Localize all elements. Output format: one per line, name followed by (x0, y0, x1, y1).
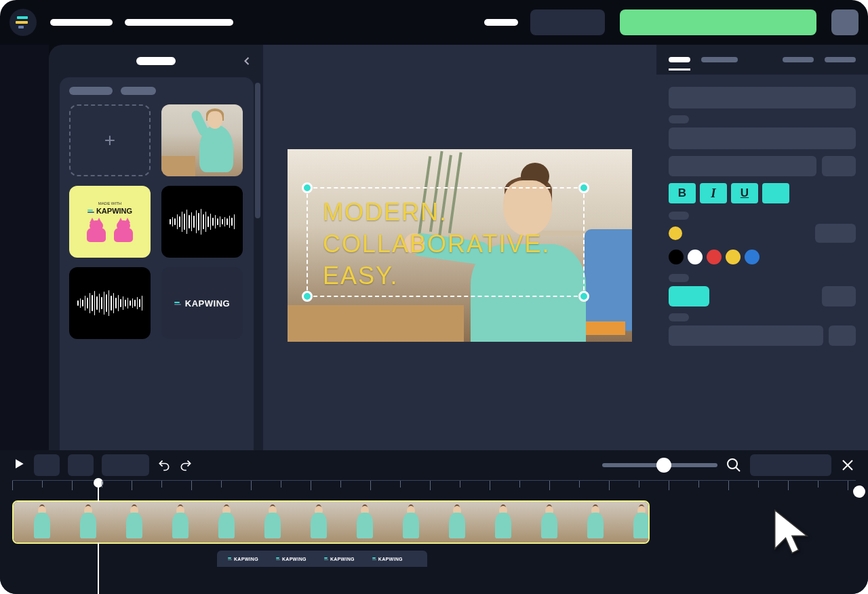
canvas[interactable]: MODERN. COLLABORATIVE. EASY. (288, 149, 632, 342)
prop-bg-value[interactable] (822, 286, 856, 306)
media-thumb-video[interactable] (161, 104, 243, 176)
media-panel-title (136, 57, 176, 65)
prop-field-6[interactable] (829, 325, 856, 346)
main-area: + MADE WITH KAPWING (0, 45, 868, 450)
color-swatch-blue[interactable] (745, 250, 760, 264)
close-timeline-button[interactable] (840, 457, 856, 473)
video-track-clip[interactable] (12, 500, 650, 544)
plus-icon: + (104, 130, 115, 151)
header-project-name[interactable] (125, 19, 233, 26)
svg-line-2 (736, 467, 740, 471)
timeline-ruler[interactable] (12, 480, 856, 495)
zoom-slider[interactable] (602, 463, 717, 467)
media-tab-2[interactable] (121, 87, 156, 95)
color-swatch-yellow[interactable] (726, 250, 741, 264)
media-browser: + MADE WITH KAPWING (60, 77, 254, 450)
prop-tab-3[interactable] (783, 57, 814, 62)
prop-tab-1[interactable] (669, 57, 690, 62)
header-secondary-button[interactable] (530, 9, 605, 35)
overlay-track-clip[interactable]: KAPWING KAPWING KAPWING KAPWING (217, 551, 427, 567)
timeline-end-handle[interactable] (853, 486, 865, 498)
resize-handle-br[interactable] (578, 291, 589, 302)
media-thumb-kapwing-logo[interactable]: KAPWING (161, 267, 243, 339)
media-thumb-audio-1[interactable] (161, 186, 243, 258)
prop-font-select[interactable] (669, 156, 816, 176)
color-swatch-red[interactable] (707, 250, 722, 264)
media-scrollbar[interactable] (255, 83, 260, 218)
zoom-icon[interactable] (726, 457, 742, 473)
color-hex-input[interactable] (815, 224, 856, 243)
play-button[interactable] (12, 457, 26, 473)
prop-bg-label (669, 274, 689, 282)
color-swatch-white[interactable] (688, 250, 703, 264)
media-tab-1[interactable] (69, 87, 113, 95)
header-workspace-name[interactable] (50, 19, 113, 26)
underline-button[interactable]: U (731, 183, 758, 203)
color-swatch-black[interactable] (669, 250, 684, 264)
timeline-control-1[interactable] (34, 454, 60, 476)
collapse-panel-button[interactable] (240, 54, 254, 68)
prop-tab-4[interactable] (825, 57, 856, 62)
header (0, 0, 868, 45)
prop-tab-2[interactable] (701, 57, 738, 62)
prop-field-1[interactable] (669, 87, 856, 108)
header-status-text (484, 19, 518, 26)
prop-label (669, 115, 689, 123)
timeline-control-2[interactable] (68, 454, 94, 476)
add-media-button[interactable]: + (69, 104, 151, 176)
bold-button[interactable]: B (669, 183, 696, 203)
selected-color-swatch[interactable] (669, 226, 682, 240)
tool-strip (0, 45, 49, 450)
prop-bg-option[interactable] (669, 286, 709, 306)
app-logo[interactable] (9, 9, 37, 36)
zoom-slider-knob[interactable] (656, 458, 671, 473)
prop-color-label (669, 212, 689, 220)
cursor-icon (766, 506, 818, 560)
svg-point-1 (728, 459, 737, 469)
resize-handle-bl[interactable] (302, 291, 313, 302)
canvas-area: MODERN. COLLABORATIVE. EASY. (263, 45, 656, 450)
timeline-time-display (750, 454, 831, 476)
media-thumb-kapwing-outro[interactable]: MADE WITH KAPWING (69, 186, 151, 258)
redo-button[interactable] (179, 458, 193, 472)
timeline-panel: KAPWING KAPWING KAPWING KAPWING (0, 450, 868, 594)
svg-marker-0 (16, 459, 24, 468)
header-account-button[interactable] (831, 9, 859, 35)
media-thumb-audio-2[interactable] (69, 267, 151, 339)
resize-handle-tr[interactable] (578, 182, 589, 193)
app-window: + MADE WITH KAPWING (0, 0, 868, 594)
selection-box[interactable] (307, 187, 585, 297)
media-panel: + MADE WITH KAPWING (49, 45, 263, 450)
italic-button[interactable]: I (700, 183, 727, 203)
format-button-extra[interactable] (762, 183, 789, 203)
prop-font-size[interactable] (822, 156, 856, 176)
resize-handle-tl[interactable] (302, 182, 313, 193)
properties-panel: B I U (656, 45, 868, 450)
prop-field-5[interactable] (669, 325, 823, 346)
header-export-button[interactable] (620, 9, 816, 35)
undo-button[interactable] (157, 458, 171, 472)
prop-field-2[interactable] (669, 127, 856, 149)
prop-label-3 (669, 313, 689, 321)
timeline-control-3[interactable] (102, 454, 149, 476)
